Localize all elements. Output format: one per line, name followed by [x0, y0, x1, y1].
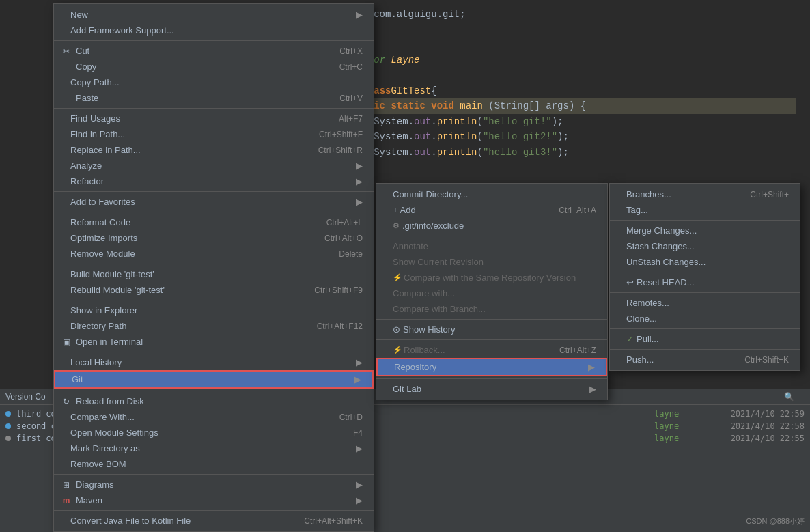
separator [610, 328, 800, 329]
menu-item-stash[interactable]: Stash Changes... [610, 238, 800, 254]
cut-icon: ✂ [59, 46, 73, 56]
separator [54, 352, 374, 352]
menu-item-reset-head[interactable]: ↩ Reset HEAD... [610, 275, 800, 290]
menu-item-commit-dir[interactable]: Commit Directory... [376, 186, 607, 202]
dot-blue [5, 423, 11, 429]
menu-item-analyze[interactable]: Analyze ▶ [54, 158, 374, 173]
menu-item-optimize[interactable]: Optimize Imports Ctrl+Alt+O [54, 230, 374, 246]
log-date: 2021/4/10 22:58 [709, 421, 805, 431]
menu-item-copy-path[interactable]: Copy Path... [54, 74, 374, 90]
separator [376, 319, 607, 320]
menu-item-add-favorites[interactable]: Add to Favorites ▶ [54, 194, 374, 210]
menu-item-find-in-path[interactable]: Find in Path... Ctrl+Shift+F [54, 126, 374, 142]
repo-submenu: Branches... Ctrl+Shift+ Tag... Merge Cha… [609, 183, 800, 371]
menu-item-gitinfo[interactable]: ⚙ .git/info/exclude [376, 218, 607, 234]
separator [54, 391, 374, 391]
menu-item-rebuild-module[interactable]: Rebuild Module 'git-test' Ctrl+Shift+F9 [54, 282, 374, 298]
separator [54, 510, 374, 511]
menu-item-reformat[interactable]: Reformat Code Ctrl+Alt+L [54, 214, 374, 230]
separator [54, 40, 374, 41]
menu-item-merge-changes[interactable]: Merge Changes... [610, 223, 800, 238]
menu-item-mark-directory[interactable]: Mark Directory as ▶ [54, 440, 374, 456]
reload-icon: ↻ [59, 397, 73, 406]
terminal-icon: ▣ [59, 337, 73, 347]
menu-item-show-current-revision: Show Current Revision [376, 254, 607, 270]
menu-item-maven[interactable]: m Maven ▶ [54, 492, 374, 508]
dot-blue [5, 411, 11, 417]
separator [54, 264, 374, 264]
menu-item-gitlab[interactable]: Git Lab ▶ [376, 381, 607, 397]
menu-item-replace-in-path[interactable]: Replace in Path... Ctrl+Shift+R [54, 142, 374, 158]
watermark: CSDN @888小婷 [746, 516, 805, 527]
menu-item-diagrams[interactable]: ⊞ Diagrams ▶ [54, 477, 374, 492]
menu-item-cut[interactable]: ✂ Cut Ctrl+X [54, 43, 374, 59]
menu-item-remove-bom[interactable]: Remove BOM [54, 456, 374, 472]
diagrams-icon: ⊞ [59, 480, 73, 490]
separator [54, 108, 374, 109]
log-author: layne [654, 409, 709, 419]
menu-item-compare-with2: Compare with... [376, 285, 607, 301]
menu-item-git[interactable]: Git ▶ [54, 370, 374, 389]
menu-item-open-module-settings[interactable]: Open Module Settings F4 [54, 425, 374, 440]
menu-item-build-module[interactable]: Build Module 'git-test' [54, 266, 374, 282]
code-editor: package com.atguigu.git; /** * @author L… [0, 0, 810, 532]
separator [54, 300, 374, 300]
separator [376, 236, 607, 236]
menu-item-compare-with[interactable]: Compare With... Ctrl+D [54, 409, 374, 425]
menu-item-paste[interactable]: Paste Ctrl+V [54, 90, 374, 106]
separator [376, 339, 607, 340]
menu-item-compare-branch: Compare with Branch... [376, 301, 607, 317]
git-submenu: Commit Directory... + Add Ctrl+Alt+A ⚙ .… [376, 183, 608, 400]
menu-item-refactor[interactable]: Refactor ▶ [54, 173, 374, 189]
separator [54, 191, 374, 192]
separator [54, 212, 374, 212]
menu-item-pull[interactable]: ✓ Pull... [610, 331, 800, 347]
log-date: 2021/4/10 22:59 [709, 409, 805, 419]
menu-item-directory-path[interactable]: Directory Path Ctrl+Alt+F12 [54, 318, 374, 334]
menu-item-remove-module[interactable]: Remove Module Delete [54, 246, 374, 262]
menu-item-show-history[interactable]: ⊙ Show History [376, 322, 607, 337]
menu-item-repository[interactable]: Repository ▶ [376, 358, 607, 376]
separator [54, 474, 374, 475]
menu-item-annotate: Annotate [376, 238, 607, 254]
version-control-label: Version Co [5, 392, 46, 402]
menu-item-show-in-explorer[interactable]: Show in Explorer [54, 303, 374, 318]
separator [610, 272, 800, 272]
menu-item-add[interactable]: + Add Ctrl+Alt+A [376, 202, 607, 218]
maven-icon: m [59, 496, 73, 505]
menu-item-add-framework[interactable]: Add Framework Support... [54, 23, 374, 38]
separator [610, 292, 800, 293]
separator [610, 220, 800, 221]
search-input[interactable] [784, 392, 805, 402]
menu-item-new[interactable]: New ▶ [54, 7, 374, 23]
menu-item-unstash[interactable]: UnStash Changes... [610, 254, 800, 270]
dot-gray [5, 436, 11, 441]
menu-item-branches[interactable]: Branches... Ctrl+Shift+ [610, 186, 800, 202]
log-author: layne [654, 421, 709, 431]
menu-item-reload-disk[interactable]: ↻ Reload from Disk [54, 393, 374, 409]
menu-item-convert-kotlin[interactable]: Convert Java File to Kotlin File Ctrl+Al… [54, 513, 374, 529]
menu-item-find-usages[interactable]: Find Usages Alt+F7 [54, 111, 374, 126]
menu-item-open-terminal[interactable]: ▣ Open in Terminal [54, 334, 374, 350]
separator [376, 378, 607, 379]
menu-item-rollback: ⚡ Rollback... Ctrl+Alt+Z [376, 342, 607, 358]
menu-item-copy[interactable]: Copy Ctrl+C [54, 59, 374, 74]
main-context-menu: New ▶ Add Framework Support... ✂ Cut Ctr… [53, 3, 374, 532]
menu-item-compare-same-repo: ⚡ Compare with the Same Repository Versi… [376, 270, 607, 285]
log-author: layne [654, 434, 709, 443]
menu-item-remotes[interactable]: Remotes... [610, 295, 800, 311]
menu-item-local-history[interactable]: Local History ▶ [54, 354, 374, 370]
log-date: 2021/4/10 22:55 [709, 434, 805, 443]
menu-item-tag[interactable]: Tag... [610, 202, 800, 218]
separator [610, 349, 800, 350]
menu-item-clone[interactable]: Clone... [610, 311, 800, 326]
menu-item-push[interactable]: Push... Ctrl+Shift+K [610, 352, 800, 367]
